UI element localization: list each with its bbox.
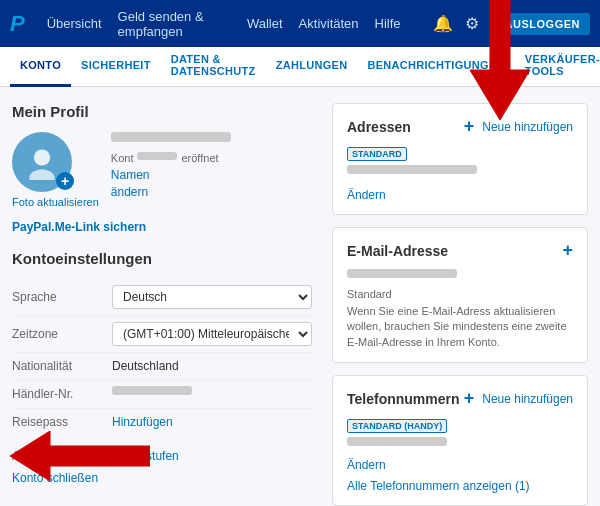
sprache-value[interactable]: Deutsch xyxy=(112,285,312,309)
adressen-title: Adressen xyxy=(347,119,411,135)
subnav-benachrichtigungen[interactable]: BENACHRICHTIGUNGEN xyxy=(357,47,514,87)
adressen-neue-link[interactable]: Neue hinzufügen xyxy=(482,120,573,134)
reisepass-link[interactable]: Hinzufügen xyxy=(112,415,173,429)
reisepass-value[interactable]: Hinzufügen xyxy=(112,415,312,429)
email-blurred xyxy=(347,269,457,278)
telefon-actions: + Neue hinzufügen xyxy=(464,388,573,409)
email-standard-label: Standard xyxy=(347,288,573,300)
email-plus-icon[interactable]: + xyxy=(562,240,573,261)
top-icons: 🔔 ⚙ xyxy=(433,14,479,33)
nav-wallet[interactable]: Wallet xyxy=(247,16,283,31)
bell-icon[interactable]: 🔔 xyxy=(433,14,453,33)
subnav-konto[interactable]: KONTO xyxy=(10,47,71,87)
namen-link[interactable]: Namen xyxy=(111,168,150,182)
telefon-aendern-link[interactable]: Ändern xyxy=(347,458,386,472)
aendern-row: ändern xyxy=(111,184,312,199)
subnav-sicherheit[interactable]: SICHERHEIT xyxy=(71,47,161,87)
svg-point-1 xyxy=(29,169,54,180)
konto-settings-title: Kontoeinstellungen xyxy=(12,250,312,267)
adressen-header: Adressen + Neue hinzufügen xyxy=(347,116,573,137)
paypal-logo: P xyxy=(10,11,25,37)
haendler-row: Händler-Nr. xyxy=(12,380,312,409)
settings-table: Sprache Deutsch Zeitzone (GMT+01:00) Mit… xyxy=(12,279,312,435)
paypal-me-section: PayPal.Me-Link sichern xyxy=(12,219,312,234)
email-description: Wenn Sie eine E-Mail-Adress aktualisiere… xyxy=(347,304,573,350)
telefon-header: Telefonnummern + Neue hinzufügen xyxy=(347,388,573,409)
paypal-me-link[interactable]: PayPal.Me-Link sichern xyxy=(12,220,146,234)
profile-name-blurred xyxy=(111,132,231,142)
telefon-neue-link[interactable]: Neue hinzufügen xyxy=(482,392,573,406)
avatar-icon xyxy=(24,144,60,180)
nav-uebersicht[interactable]: Übersicht xyxy=(47,16,102,31)
haendler-blurred xyxy=(112,386,192,395)
reisepass-label: Reisepass xyxy=(12,415,112,429)
konto-settings-section: Kontoeinstellungen Sprache Deutsch Zeitz… xyxy=(12,250,312,485)
adressen-standard-badge: STANDARD xyxy=(347,147,407,161)
adressen-section: Adressen + Neue hinzufügen STANDARD Ände… xyxy=(332,103,588,215)
gear-icon[interactable]: ⚙ xyxy=(465,14,479,33)
avatar-wrapper: + xyxy=(12,132,76,192)
sub-navigation: KONTO SICHERHEIT DATEN & DATENSCHUTZ ZAH… xyxy=(0,47,600,87)
konto-blurred xyxy=(137,152,177,160)
sprache-label: Sprache xyxy=(12,290,112,304)
konto-schliessen-link[interactable]: Konto schließen xyxy=(12,471,312,485)
adresse-blurred xyxy=(347,165,477,174)
alle-telefon-link[interactable]: Alle Telefonnummern anzeigen (1) xyxy=(347,479,530,493)
eroeffnet-label: eröffnet xyxy=(181,152,218,164)
left-column: Mein Profil + Foto aktual xyxy=(12,103,312,506)
svg-point-0 xyxy=(34,149,50,165)
foto-aktualisieren-label[interactable]: Foto aktualisieren xyxy=(12,196,99,209)
adressen-aendern-link[interactable]: Ändern xyxy=(347,188,386,202)
subnav-verkaeufer-tools[interactable]: VERKÄUFER-TOOLS xyxy=(515,47,600,87)
sprache-row: Sprache Deutsch xyxy=(12,279,312,316)
geschaeftskonto-link[interactable]: Auf Geschäftskonto hochstufen xyxy=(12,449,312,463)
aendern-link[interactable]: ändern xyxy=(111,185,148,199)
profile-info: Kont eröffnet Namen ändern xyxy=(111,132,312,199)
top-navigation: P Übersicht Geld senden & empfangen Wall… xyxy=(0,0,600,47)
right-column: Adressen + Neue hinzufügen STANDARD Ände… xyxy=(312,103,588,506)
profile-area: + Foto aktualisieren Kont eröffnet xyxy=(12,132,312,209)
avatar-container: + Foto aktualisieren xyxy=(12,132,99,209)
zeitzone-select[interactable]: (GMT+01:00) Mitteleuropäische... xyxy=(112,322,312,346)
bottom-links: Auf Geschäftskonto hochstufen Konto schl… xyxy=(12,449,312,485)
nationalitaet-row: Nationalität Deutschland xyxy=(12,353,312,380)
telefon-standard-badge: STANDARD (HANDY) xyxy=(347,419,447,433)
nationalitaet-label: Nationalität xyxy=(12,359,112,373)
konto-label: Kont xyxy=(111,152,134,164)
haendler-label: Händler-Nr. xyxy=(12,387,112,401)
avatar-plus-icon[interactable]: + xyxy=(56,172,74,190)
subnav-datenschutz[interactable]: DATEN & DATENSCHUTZ xyxy=(161,47,266,87)
email-section: E-Mail-Adresse + Standard Wenn Sie eine … xyxy=(332,227,588,363)
haendler-value xyxy=(112,386,312,402)
profile-section: Mein Profil + Foto aktual xyxy=(12,103,312,234)
nav-hilfe[interactable]: Hilfe xyxy=(375,16,401,31)
email-title: E-Mail-Adresse xyxy=(347,243,448,259)
nav-senden-empfangen[interactable]: Geld senden & empfangen xyxy=(118,9,231,39)
subnav-zahlungen[interactable]: ZAHLUNGEN xyxy=(266,47,358,87)
telefon-blurred xyxy=(347,437,447,446)
adressen-actions: + Neue hinzufügen xyxy=(464,116,573,137)
logout-button[interactable]: AUSLOGGEN xyxy=(495,13,590,35)
main-content: Mein Profil + Foto aktual xyxy=(0,87,600,506)
zeitzone-value[interactable]: (GMT+01:00) Mitteleuropäische... xyxy=(112,322,312,346)
adressen-plus-icon[interactable]: + xyxy=(464,116,475,137)
name-row: Namen xyxy=(111,168,312,182)
zeitzone-row: Zeitzone (GMT+01:00) Mitteleuropäische..… xyxy=(12,316,312,353)
nationalitaet-value: Deutschland xyxy=(112,359,312,373)
zeitzone-label: Zeitzone xyxy=(12,327,112,341)
profile-title: Mein Profil xyxy=(12,103,312,120)
reisepass-row: Reisepass Hinzufügen xyxy=(12,409,312,435)
telefon-plus-icon[interactable]: + xyxy=(464,388,475,409)
telefon-section: Telefonnummern + Neue hinzufügen STANDAR… xyxy=(332,375,588,506)
nav-aktivitaeten[interactable]: Aktivitäten xyxy=(299,16,359,31)
konto-row: Kont eröffnet xyxy=(111,152,312,164)
telefon-title: Telefonnummern xyxy=(347,391,460,407)
sprache-select[interactable]: Deutsch xyxy=(112,285,312,309)
email-header: E-Mail-Adresse + xyxy=(347,240,573,261)
